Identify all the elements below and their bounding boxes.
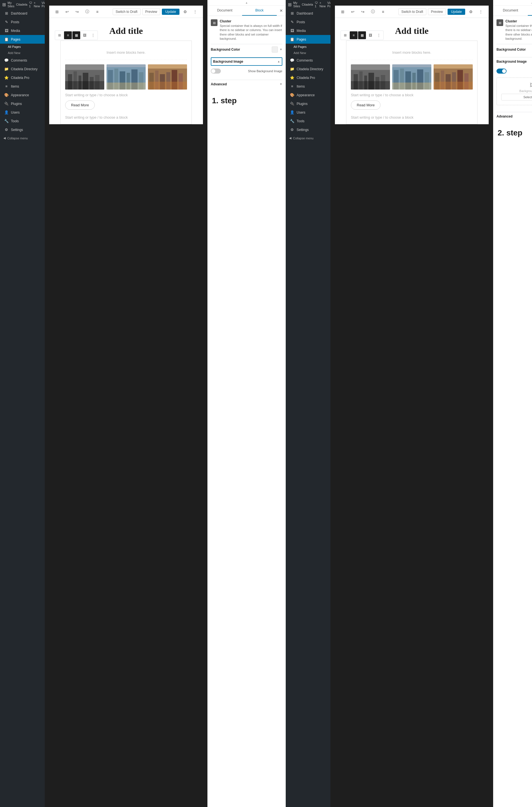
update-btn-1[interactable]: Update bbox=[162, 9, 179, 15]
block-tool-img-2[interactable]: 🖼 bbox=[366, 31, 374, 39]
sidebar-item-users-2[interactable]: 👤 Users bbox=[286, 108, 330, 117]
sidebar-item-posts-2[interactable]: ✎ Posts bbox=[286, 18, 330, 26]
collapse-menu-btn[interactable]: ◀ Collapse menu bbox=[0, 134, 45, 142]
new-link[interactable]: + New bbox=[34, 1, 40, 8]
sidebar-item-citadela-pro-2[interactable]: ⭐ Citadela Pro bbox=[286, 73, 330, 82]
sidebar-item-settings-2[interactable]: ⚙ Settings bbox=[286, 125, 330, 134]
toolbar-wp-btn-2[interactable]: ⊞ bbox=[338, 7, 347, 16]
start-writing-2-1[interactable]: Start writing or type / to choose a bloc… bbox=[65, 93, 187, 97]
redo-btn[interactable]: ↪ bbox=[73, 7, 82, 16]
sidebar-item-settings[interactable]: ⚙ Settings bbox=[0, 125, 45, 134]
wp-logo-icon-2[interactable]: ⊞ bbox=[288, 2, 291, 7]
sidebar-item-media[interactable]: 🖼 Media bbox=[0, 26, 45, 35]
sidebar-item-plugins[interactable]: 🔌 Plugins bbox=[0, 99, 45, 108]
sidebar-subitem-all-pages[interactable]: All Pages bbox=[0, 44, 45, 50]
redo-btn-2[interactable]: ↪ bbox=[358, 7, 367, 16]
sidebar-item-appearance-2[interactable]: 🎨 Appearance bbox=[286, 91, 330, 99]
show-bg-toggle-2[interactable] bbox=[496, 69, 507, 74]
more-btn-1[interactable]: ⋮ bbox=[191, 7, 200, 16]
advanced-header-2[interactable]: Advanced ▼ bbox=[496, 112, 532, 121]
image-thumb-2-3[interactable] bbox=[434, 65, 473, 90]
info-btn[interactable]: ⓘ bbox=[83, 7, 92, 16]
gear-btn-1[interactable]: ⚙ bbox=[181, 8, 189, 16]
sidebar-item-comments[interactable]: 💬 Comments bbox=[0, 56, 45, 65]
tab-block-1[interactable]: Block bbox=[242, 5, 277, 16]
start-writing-2-2[interactable]: Start writing or type / to choose a bloc… bbox=[351, 93, 473, 97]
sidebar-item-plugins-2[interactable]: 🔌 Plugins bbox=[286, 99, 330, 108]
gear-btn-2[interactable]: ⚙ bbox=[467, 8, 475, 16]
block-tool-more-2[interactable]: ⋮ bbox=[375, 31, 383, 39]
sidebar-item-appearance[interactable]: 🎨 Appearance bbox=[0, 91, 45, 99]
undo-btn[interactable]: ↩ bbox=[63, 7, 72, 16]
panel-close-1[interactable]: ✕ bbox=[277, 5, 286, 16]
start-writing-1[interactable]: Start writing or type / to choose a bloc… bbox=[65, 115, 187, 120]
sidebar-item-citadela-directory[interactable]: 📁 Citadela Directory bbox=[0, 65, 45, 73]
info-btn-2[interactable]: ⓘ bbox=[368, 7, 377, 16]
scroll-up-1[interactable]: ▲ bbox=[207, 0, 286, 5]
color-swatch-1[interactable] bbox=[272, 47, 278, 53]
image-thumb-1-3[interactable] bbox=[148, 65, 187, 90]
select-image-btn-2[interactable]: Select image bbox=[501, 94, 532, 100]
image-thumb-1-2[interactable] bbox=[107, 65, 146, 90]
update-btn-2[interactable]: Update bbox=[448, 9, 465, 15]
my-sites-link-2[interactable]: My Sites bbox=[293, 1, 300, 8]
preview-btn-1[interactable]: Preview bbox=[142, 8, 160, 15]
image-thumb-2-2[interactable] bbox=[392, 65, 431, 90]
sidebar-item-tools-2[interactable]: 🔧 Tools bbox=[286, 117, 330, 125]
switch-draft-btn-2[interactable]: Switch to Draft bbox=[398, 8, 426, 15]
insert-placeholder-1[interactable]: Insert more blocks here. bbox=[65, 45, 187, 60]
list-view-btn-2[interactable]: ≡ bbox=[379, 7, 387, 16]
block-tool-list-2[interactable]: ≡ bbox=[350, 31, 358, 39]
block-tool-grid[interactable]: ▦ bbox=[72, 31, 80, 39]
tab-document-2[interactable]: Document bbox=[493, 5, 528, 16]
image-thumb-2-1[interactable] bbox=[351, 65, 390, 90]
read-more-btn-2[interactable]: Read More bbox=[351, 100, 380, 110]
sidebar-subitem-all-pages-2[interactable]: All Pages bbox=[286, 44, 330, 50]
sidebar-item-posts[interactable]: ✎ Posts bbox=[0, 18, 45, 26]
sidebar-item-comments-2[interactable]: 💬 Comments bbox=[286, 56, 330, 65]
switch-draft-btn-1[interactable]: Switch to Draft bbox=[113, 8, 140, 15]
sidebar-item-citadela-pro[interactable]: ⭐ Citadela Pro bbox=[0, 73, 45, 82]
start-writing-1-2[interactable]: Start writing or type / to choose a bloc… bbox=[351, 115, 473, 120]
read-more-btn-1[interactable]: Read More bbox=[65, 100, 95, 110]
sidebar-subitem-add-new[interactable]: Add New bbox=[0, 50, 45, 56]
block-tool-select-2[interactable]: ⊞ bbox=[341, 31, 349, 39]
comments-link-2[interactable]: 🗨1 bbox=[315, 1, 318, 8]
sidebar-item-dashboard-2[interactable]: ⊞ Dashboard bbox=[286, 9, 330, 18]
sidebar-subitem-add-new-2[interactable]: Add New bbox=[286, 50, 330, 56]
bg-image-placeholder-2[interactable]: 🖼 Background Image Select image bbox=[496, 77, 532, 105]
sidebar-item-pages[interactable]: 📋 Pages bbox=[0, 35, 45, 44]
bg-image-header-2[interactable]: Background Image ▲ bbox=[496, 57, 532, 66]
block-tool-more[interactable]: ⋮ bbox=[89, 31, 97, 39]
bg-image-header-1[interactable]: Background Image ▲ bbox=[211, 57, 282, 66]
sidebar-item-dashboard[interactable]: ⊞ Dashboard bbox=[0, 9, 45, 18]
sidebar-item-items-2[interactable]: ≡ Items bbox=[286, 82, 330, 91]
list-view-btn[interactable]: ≡ bbox=[93, 7, 102, 16]
sidebar-item-tools[interactable]: 🔧 Tools bbox=[0, 117, 45, 125]
show-bg-toggle-1[interactable] bbox=[211, 69, 221, 74]
scroll-up-2[interactable]: ▲ bbox=[493, 0, 532, 5]
comments-link[interactable]: 🗨1 bbox=[29, 1, 32, 8]
image-thumb-1-1[interactable] bbox=[65, 65, 104, 90]
site-name-link[interactable]: Citadela bbox=[16, 3, 27, 6]
undo-btn-2[interactable]: ↩ bbox=[348, 7, 357, 16]
advanced-header-1[interactable]: Advanced ▼ bbox=[211, 80, 282, 88]
wp-logo-icon[interactable]: ⊞ bbox=[2, 2, 6, 7]
preview-btn-2[interactable]: Preview bbox=[428, 8, 446, 15]
sidebar-item-users[interactable]: 👤 Users bbox=[0, 108, 45, 117]
sidebar-item-media-2[interactable]: 🖼 Media bbox=[286, 26, 330, 35]
sidebar-item-citadela-directory-2[interactable]: 📁 Citadela Directory bbox=[286, 65, 330, 73]
block-tool-select[interactable]: ⊞ bbox=[56, 31, 63, 39]
collapse-menu-btn-2[interactable]: ◀ Collapse menu bbox=[286, 134, 330, 142]
site-name-link-2[interactable]: Citadela bbox=[302, 3, 313, 6]
more-btn-2[interactable]: ⋮ bbox=[476, 7, 485, 16]
tab-document-1[interactable]: Document bbox=[207, 5, 242, 16]
block-tool-img[interactable]: 🖼 bbox=[81, 31, 89, 39]
bg-color-header-1[interactable]: Background Color ▼ bbox=[211, 44, 282, 55]
my-sites-link[interactable]: My Sites bbox=[7, 1, 14, 8]
insert-placeholder-2[interactable]: Insert more blocks here. bbox=[351, 45, 473, 60]
tab-block-2[interactable]: Block bbox=[528, 5, 532, 16]
toolbar-wp-btn[interactable]: ⊞ bbox=[53, 7, 61, 16]
block-tool-grid-2[interactable]: ▦ bbox=[358, 31, 366, 39]
sidebar-item-items[interactable]: ≡ Items bbox=[0, 82, 45, 91]
